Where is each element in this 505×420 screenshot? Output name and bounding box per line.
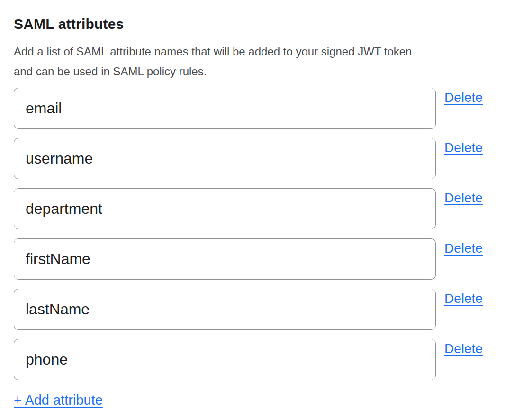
delete-link-lastname[interactable]: Delete (444, 290, 483, 307)
attribute-input-department[interactable] (14, 188, 436, 229)
attribute-input-email[interactable] (14, 88, 436, 129)
delete-link-phone[interactable]: Delete (444, 340, 483, 357)
attribute-input-phone[interactable] (14, 339, 436, 380)
saml-attributes-section: SAML attributes Add a list of SAML attri… (0, 0, 505, 420)
section-title: SAML attributes (14, 15, 491, 33)
attribute-list: Delete Delete Delete Delete Delete Delet… (14, 88, 491, 380)
attribute-row: Delete (14, 88, 491, 129)
description-line-1: Add a list of SAML attribute names that … (14, 45, 412, 58)
attribute-row: Delete (14, 238, 491, 280)
delete-link-firstname[interactable]: Delete (444, 240, 483, 257)
add-attribute-link[interactable]: + Add attribute (14, 392, 103, 409)
section-description: Add a list of SAML attribute names that … (14, 42, 491, 82)
attribute-row: Delete (14, 138, 491, 179)
attribute-row: Delete (14, 188, 491, 229)
delete-link-email[interactable]: Delete (444, 89, 483, 106)
attribute-row: Delete (14, 289, 491, 330)
attribute-input-lastname[interactable] (14, 289, 436, 330)
attribute-input-username[interactable] (14, 138, 436, 179)
attribute-input-firstname[interactable] (14, 238, 436, 280)
attribute-row: Delete (14, 339, 491, 380)
description-line-2: and can be used in SAML policy rules. (14, 65, 207, 78)
delete-link-department[interactable]: Delete (444, 190, 483, 207)
delete-link-username[interactable]: Delete (444, 139, 483, 156)
